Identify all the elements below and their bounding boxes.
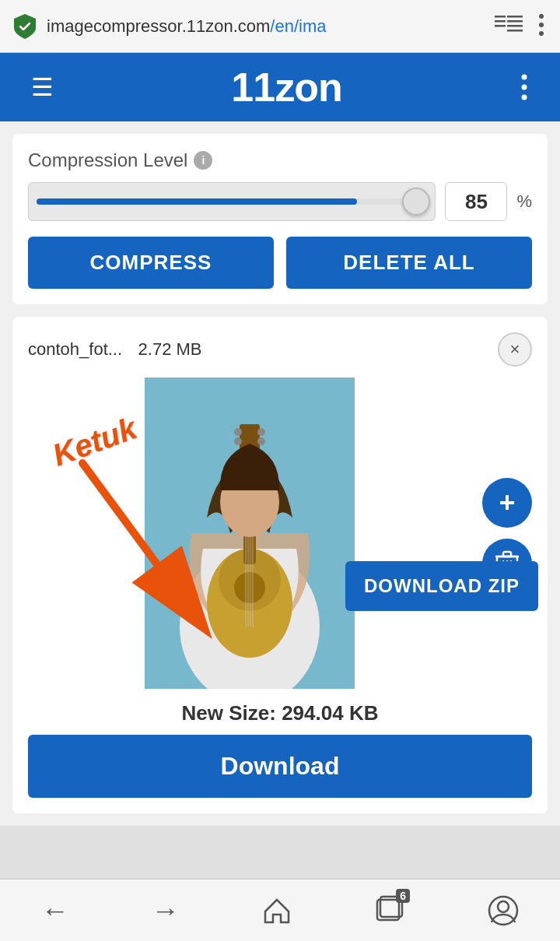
delete-all-button[interactable]: DELETE ALL (286, 237, 532, 289)
more-options-button[interactable] (534, 10, 549, 42)
close-image-button[interactable]: × (498, 332, 532, 367)
forward-icon: → (152, 894, 180, 927)
guitar-svg (145, 377, 355, 689)
slider-track (37, 198, 427, 205)
browser-bar: imagecompressor.11zon.com/en/ima (0, 0, 560, 53)
browser-url: imagecompressor.11zon.com/en/ima (47, 16, 484, 37)
svg-point-25 (234, 572, 265, 603)
back-button[interactable]: ← (26, 887, 85, 935)
info-icon[interactable]: i (194, 151, 212, 170)
side-buttons: + DOWNLOAD ZIP (482, 377, 532, 689)
svg-point-11 (522, 85, 527, 90)
file-info: contoh_fot... 2.72 MB (28, 339, 201, 360)
back-icon: ← (41, 894, 69, 927)
compression-value-box: 85 (445, 182, 507, 221)
image-area: Ketuk (28, 377, 532, 689)
svg-rect-33 (503, 552, 511, 557)
slider-fill (37, 198, 357, 205)
shield-icon (11, 12, 39, 40)
app-logo: 11zon (231, 64, 341, 111)
header-more-button[interactable] (504, 65, 544, 109)
svg-rect-1 (495, 20, 506, 23)
download-button[interactable]: Download (28, 735, 532, 798)
hamburger-menu-button[interactable]: ☰ (16, 65, 69, 110)
compression-panel: Compression Level i 85 % COMPRESS DELETE… (12, 134, 548, 304)
svg-rect-2 (507, 16, 523, 18)
app-header: ☰ 11zon (0, 53, 560, 121)
compression-label-text: Compression Level (28, 149, 187, 171)
image-card: contoh_fot... 2.72 MB × Ketuk (12, 317, 548, 813)
svg-rect-3 (507, 20, 523, 23)
new-size-row: New Size: 294.04 KB (28, 701, 532, 725)
url-path: /en/ima (270, 16, 326, 36)
url-base: imagecompressor.11zon.com (47, 16, 270, 36)
tab-count: 6 (396, 889, 410, 903)
compression-slider-container[interactable] (28, 182, 436, 221)
action-button-row: COMPRESS DELETE ALL (28, 237, 532, 289)
percent-label: % (516, 191, 532, 212)
image-card-header: contoh_fot... 2.72 MB × (28, 332, 532, 367)
home-icon (262, 896, 292, 925)
guitar-image (145, 377, 355, 689)
svg-point-8 (539, 23, 544, 27)
home-button[interactable] (247, 888, 307, 933)
plus-icon: + (499, 486, 515, 519)
ketuk-text: Ketuk (48, 410, 142, 472)
ketuk-annotation: Ketuk (51, 424, 138, 459)
svg-point-21 (234, 428, 242, 436)
header-more-icon (520, 73, 529, 101)
slider-row: 85 % (28, 182, 532, 221)
slider-thumb[interactable] (402, 188, 430, 216)
svg-point-10 (522, 75, 527, 80)
compress-button[interactable]: COMPRESS (28, 237, 274, 289)
svg-point-40 (498, 901, 509, 912)
new-size-label: New Size: (182, 701, 276, 725)
reader-mode-button[interactable] (492, 11, 526, 41)
svg-rect-6 (507, 30, 523, 32)
svg-point-23 (234, 437, 242, 445)
new-size-value: 294.04 KB (282, 701, 378, 725)
profile-button[interactable] (472, 887, 534, 934)
compression-label: Compression Level i (28, 149, 532, 171)
tabs-button[interactable]: 6 (359, 886, 421, 935)
hamburger-icon: ☰ (31, 72, 54, 102)
reader-mode-icon (495, 14, 523, 36)
svg-point-24 (257, 437, 265, 445)
svg-point-7 (539, 14, 544, 19)
svg-point-12 (522, 95, 527, 100)
download-zip-button[interactable]: DOWNLOAD ZIP (345, 561, 538, 611)
image-filename: contoh_fot... (28, 339, 122, 359)
profile-icon (488, 895, 519, 926)
svg-rect-5 (495, 25, 506, 27)
bottom-nav: ← → 6 (0, 879, 560, 941)
tab-badge: 6 (374, 894, 405, 927)
svg-point-22 (257, 428, 265, 436)
svg-rect-4 (507, 25, 523, 27)
more-icon (537, 13, 546, 37)
svg-point-9 (539, 31, 544, 36)
image-filesize: 2.72 MB (138, 339, 202, 359)
forward-button[interactable]: → (136, 887, 195, 935)
compression-value: 85 (465, 190, 488, 214)
svg-rect-0 (495, 16, 506, 18)
add-image-button[interactable]: + (482, 478, 532, 528)
main-content: Compression Level i 85 % COMPRESS DELETE… (0, 121, 560, 826)
